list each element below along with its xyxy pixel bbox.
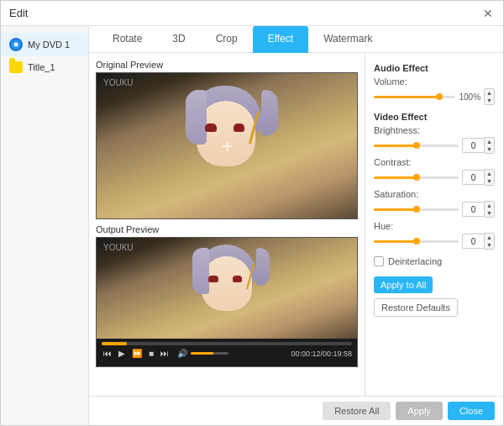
deinterlacing-label: Deinterlacing	[388, 256, 442, 266]
hue-input[interactable]	[462, 234, 484, 249]
volume-label: Volume:	[374, 76, 495, 87]
hue-down[interactable]: ▼	[485, 241, 494, 249]
volume-value: 100%	[459, 92, 480, 102]
brightness-arrows[interactable]: ▲ ▼	[484, 137, 495, 154]
next-button[interactable]: ⏭	[159, 348, 171, 359]
hue-spinner[interactable]: ▲ ▼	[462, 233, 495, 250]
volume-up[interactable]: ▲	[485, 89, 494, 97]
hue-up[interactable]: ▲	[485, 234, 494, 241]
saturation-label: Saturation:	[374, 189, 495, 199]
tab-rotate[interactable]: Rotate	[97, 26, 157, 53]
apply-row: Apply to All Restore Defaults	[374, 276, 495, 317]
contrast-track[interactable]	[374, 176, 459, 179]
hue-arrows[interactable]: ▲ ▼	[484, 233, 495, 250]
volume-slider-row: 100% ▲ ▼	[374, 88, 495, 105]
volume-track[interactable]	[374, 96, 455, 98]
apply-button[interactable]: Apply	[396, 402, 443, 420]
apply-to-all-button[interactable]: Apply to All	[374, 276, 433, 293]
tabs-bar: Rotate 3D Crop Effect Watermark	[89, 26, 503, 53]
audio-section-title: Audio Effect	[374, 63, 495, 73]
tab-effect[interactable]: Effect	[253, 26, 308, 53]
original-preview-section: Original Preview	[96, 60, 358, 219]
volume-down[interactable]: ▼	[485, 97, 494, 104]
content-area: Original Preview	[89, 53, 503, 396]
controls-row: ⏮ ▶ ⏩ ■ ⏭ 🔊 00:00:12/00:19:58	[102, 348, 352, 359]
restore-defaults-button[interactable]: Restore Defaults	[374, 298, 458, 317]
contrast-label: Contrast:	[374, 157, 495, 167]
bottom-bar: Restore All Apply Close	[89, 396, 503, 425]
saturation-arrows[interactable]: ▲ ▼	[484, 201, 495, 218]
fast-forward-button[interactable]: ⏩	[130, 348, 144, 359]
folder-icon	[9, 61, 23, 73]
close-button[interactable]: Close	[448, 402, 495, 420]
original-watermark: YOUKU	[103, 78, 134, 87]
play-button[interactable]: ▶	[117, 348, 127, 359]
brightness-row: Brightness: ▲ ▼	[374, 125, 495, 154]
contrast-down[interactable]: ▼	[485, 177, 494, 185]
hue-row: Hue: ▲ ▼	[374, 221, 495, 250]
brightness-down[interactable]: ▼	[485, 145, 494, 153]
volume-spinner[interactable]: ▲ ▼	[484, 88, 495, 105]
effects-panel: Audio Effect Volume: 100% ▲ ▼	[365, 53, 503, 396]
output-preview-section: Output Preview	[96, 224, 358, 367]
right-area: Rotate 3D Crop Effect Watermark Original…	[89, 26, 503, 425]
progress-fill	[102, 342, 127, 345]
saturation-track[interactable]	[374, 208, 459, 211]
saturation-down[interactable]: ▼	[485, 209, 494, 217]
volume-slider[interactable]	[191, 352, 228, 355]
saturation-up[interactable]: ▲	[485, 202, 494, 209]
contrast-spinner[interactable]: ▲ ▼	[462, 169, 495, 186]
brightness-label: Brightness:	[374, 125, 495, 135]
restore-all-button[interactable]: Restore All	[323, 402, 391, 420]
hue-slider-row: ▲ ▼	[374, 233, 495, 250]
contrast-arrows[interactable]: ▲ ▼	[484, 169, 495, 186]
saturation-spinner[interactable]: ▲ ▼	[462, 201, 495, 218]
volume-row: Volume: 100% ▲ ▼	[374, 76, 495, 105]
brightness-input[interactable]	[462, 138, 484, 153]
crosshair-icon: ✛	[222, 138, 233, 154]
brightness-spinner[interactable]: ▲ ▼	[462, 137, 495, 154]
preview-area: Original Preview	[89, 53, 365, 396]
deinterlacing-row: Deinterlacing	[374, 256, 495, 266]
original-preview-label: Original Preview	[96, 60, 358, 70]
contrast-row: Contrast: ▲ ▼	[374, 157, 495, 186]
progress-bar[interactable]	[102, 342, 352, 345]
main-content: My DVD 1 Title_1 Rotate 3D Crop Effect W…	[1, 26, 503, 425]
hue-track[interactable]	[374, 240, 459, 243]
original-anime-image: YOUKU ✛	[97, 73, 357, 218]
sidebar: My DVD 1 Title_1	[1, 26, 89, 425]
title-label: Title_1	[28, 62, 55, 72]
original-video-preview: YOUKU ✛	[96, 72, 358, 219]
tab-watermark[interactable]: Watermark	[308, 26, 387, 53]
output-video-preview: YOUKU ⏮ ▶ ⏩ ■	[96, 237, 358, 367]
output-anime-image: YOUKU	[97, 238, 357, 339]
tab-3d[interactable]: 3D	[157, 26, 200, 53]
player-controls: ⏮ ▶ ⏩ ■ ⏭ 🔊 00:00:12/00:19:58	[97, 339, 357, 362]
stop-button[interactable]: ■	[147, 348, 155, 359]
sidebar-item-dvd[interactable]: My DVD 1	[1, 33, 88, 56]
contrast-input[interactable]	[462, 170, 484, 185]
saturation-input[interactable]	[462, 202, 484, 217]
window-title: Edit	[9, 7, 28, 19]
hue-label: Hue:	[374, 221, 495, 231]
window-close-button[interactable]: ✕	[481, 7, 495, 20]
edit-window: Edit ✕ My DVD 1 Title_1 Rotate 3D Crop E…	[0, 0, 504, 426]
time-display: 00:00:12/00:19:58	[291, 350, 352, 358]
video-section-title: Video Effect	[374, 112, 495, 122]
output-watermark: YOUKU	[103, 243, 134, 252]
brightness-up[interactable]: ▲	[485, 138, 494, 145]
brightness-track[interactable]	[374, 145, 459, 147]
deinterlacing-checkbox[interactable]	[374, 256, 384, 266]
disc-icon	[9, 38, 23, 51]
contrast-slider-row: ▲ ▼	[374, 169, 495, 186]
tab-crop[interactable]: Crop	[201, 26, 253, 53]
brightness-slider-row: ▲ ▼	[374, 137, 495, 154]
volume-icon: 🔊	[177, 349, 187, 358]
sidebar-item-title[interactable]: Title_1	[1, 56, 88, 78]
contrast-up[interactable]: ▲	[485, 170, 494, 177]
output-preview-label: Output Preview	[96, 224, 358, 234]
dvd-label: My DVD 1	[28, 39, 70, 50]
title-bar: Edit ✕	[1, 1, 503, 26]
prev-button[interactable]: ⏮	[102, 348, 113, 359]
saturation-row: Saturation: ▲ ▼	[374, 189, 495, 218]
